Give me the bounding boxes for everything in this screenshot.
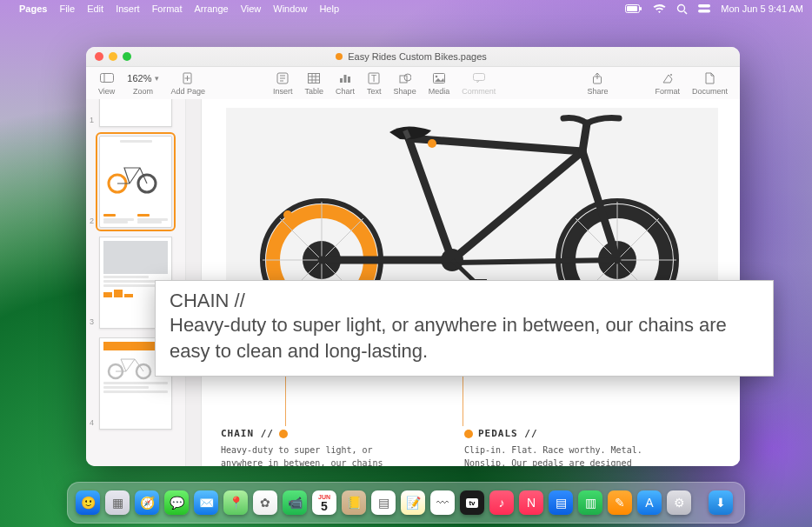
toolbar-media[interactable]: Media xyxy=(429,70,450,96)
column-title: CHAIN // xyxy=(221,428,274,439)
svg-rect-7 xyxy=(100,74,113,83)
dock-pages[interactable]: ✎ xyxy=(608,490,632,515)
toolbar-zoom-label: Zoom xyxy=(133,87,153,96)
dock-maps[interactable]: 📍 xyxy=(223,490,248,515)
toolbar-text-label: Text xyxy=(367,87,382,96)
wifi-icon[interactable] xyxy=(653,4,666,14)
svg-rect-1 xyxy=(627,6,637,11)
dock-numbers[interactable]: ▥ xyxy=(578,490,602,515)
dock-appstore[interactable]: A xyxy=(637,490,662,515)
menu-view[interactable]: View xyxy=(241,3,262,14)
dock-mail[interactable]: ✉️ xyxy=(194,490,218,515)
column-pedals: PEDALS // Clip-in. Flat. Race worthy. Me… xyxy=(464,428,647,466)
fullscreen-button[interactable] xyxy=(123,52,131,61)
toolbar-chart[interactable]: Chart xyxy=(336,70,355,96)
toolbar-shape[interactable]: Shape xyxy=(394,70,416,96)
search-icon[interactable] xyxy=(676,3,688,15)
dock-finder[interactable]: 🙂 xyxy=(76,490,100,515)
svg-point-33 xyxy=(670,74,672,76)
desktop: Pages File Edit Insert Format Arrange Vi… xyxy=(0,0,812,527)
chart-icon xyxy=(339,70,351,86)
svg-point-29 xyxy=(436,76,438,78)
menu-format[interactable]: Format xyxy=(152,3,183,14)
toolbar-shape-label: Shape xyxy=(394,87,416,96)
toolbar-view-label: View xyxy=(98,87,115,96)
dock-contacts[interactable]: 📒 xyxy=(342,490,366,515)
table-icon xyxy=(308,70,320,86)
menu-app[interactable]: Pages xyxy=(19,3,47,14)
window-controls[interactable] xyxy=(95,52,131,61)
toolbar-table[interactable]: Table xyxy=(305,70,324,96)
dock[interactable]: 🙂▦🧭💬✉️📍✿📹JUN5📒▤📝〰tv♪N▤▥✎A⚙⬇ xyxy=(67,482,745,524)
menu-arrange[interactable]: Arrange xyxy=(194,3,228,14)
dock-calendar[interactable]: JUN5 xyxy=(312,490,336,515)
toolbar-comment[interactable]: Comment xyxy=(462,70,496,96)
dock-safari[interactable]: 🧭 xyxy=(135,490,159,515)
dock-freeform[interactable]: 〰 xyxy=(430,490,455,515)
menu-help[interactable]: Help xyxy=(319,3,339,14)
dock-news[interactable]: N xyxy=(519,490,543,515)
dock-settings[interactable]: ⚙ xyxy=(667,490,691,515)
chevron-down-icon: ▾ xyxy=(155,74,159,83)
menubar: Pages File Edit Insert Format Arrange Vi… xyxy=(0,0,812,17)
toolbar-insert[interactable]: Insert xyxy=(273,70,293,96)
toolbar-share-label: Share xyxy=(587,87,608,96)
minimize-button[interactable] xyxy=(109,52,117,61)
svg-rect-5 xyxy=(698,4,710,8)
svg-line-63 xyxy=(405,130,409,138)
insert-icon xyxy=(276,70,289,86)
toolbar-document-label: Document xyxy=(692,87,728,96)
titlebar[interactable]: Easy Rides Custom Bikes.pages xyxy=(86,47,740,67)
text-icon: T xyxy=(368,70,380,86)
dock-notes[interactable]: 📝 xyxy=(401,490,425,515)
page-thumb[interactable]: 1 xyxy=(99,99,172,127)
control-center-icon[interactable] xyxy=(698,3,710,14)
toolbar-add-page-label: Add Page xyxy=(171,87,206,96)
svg-rect-26 xyxy=(400,76,407,83)
document-proxy-icon[interactable] xyxy=(336,53,343,60)
page-thumb-selected[interactable]: 2 xyxy=(99,136,172,228)
dock-reminders[interactable]: ▤ xyxy=(371,490,396,515)
toolbar-format-label: Format xyxy=(655,87,680,96)
toolbar-document[interactable]: Document xyxy=(692,70,728,96)
svg-line-53 xyxy=(617,218,659,260)
svg-point-3 xyxy=(678,4,685,11)
menu-insert[interactable]: Insert xyxy=(116,3,140,14)
dock-photos[interactable]: ✿ xyxy=(253,490,277,515)
toolbar-share[interactable]: Share xyxy=(587,70,608,96)
dock-facetime[interactable]: 📹 xyxy=(283,490,307,515)
toolbar-view[interactable]: View xyxy=(98,70,115,96)
svg-rect-22 xyxy=(344,75,347,83)
comment-icon xyxy=(473,70,485,86)
media-icon xyxy=(433,70,445,86)
toolbar-add-page[interactable]: Add Page xyxy=(171,70,206,96)
menu-file[interactable]: File xyxy=(59,3,75,14)
shape-icon xyxy=(399,70,411,86)
close-button[interactable] xyxy=(95,52,103,61)
menu-window[interactable]: Window xyxy=(273,3,307,14)
svg-text:T: T xyxy=(371,74,376,83)
callout-dot xyxy=(279,430,288,438)
document-icon xyxy=(704,70,715,86)
dock-downloads[interactable]: ⬇ xyxy=(709,490,733,515)
svg-rect-21 xyxy=(340,78,343,83)
dock-tv[interactable]: tv xyxy=(460,490,484,515)
dock-launchpad[interactable]: ▦ xyxy=(105,490,130,515)
dock-music[interactable]: ♪ xyxy=(489,490,514,515)
pages-window: Easy Rides Custom Bikes.pages View 162%▾… xyxy=(86,47,740,466)
svg-rect-6 xyxy=(698,10,710,13)
hover-text-magnifier: CHAIN // Heavy-duty to super light, or a… xyxy=(155,280,774,377)
menu-edit[interactable]: Edit xyxy=(87,3,103,14)
add-page-icon xyxy=(182,70,194,86)
svg-line-42 xyxy=(322,218,363,260)
page-thumb-number: 1 xyxy=(90,116,94,124)
toolbar-zoom[interactable]: 162%▾ Zoom xyxy=(127,70,158,96)
dock-messages[interactable]: 💬 xyxy=(164,490,189,515)
window-title: Easy Rides Custom Bikes.pages xyxy=(348,51,487,62)
toolbar-format[interactable]: Format xyxy=(655,70,680,96)
battery-icon[interactable] xyxy=(625,4,642,14)
column-chain: CHAIN // Heavy-duty to super light, or a… xyxy=(221,428,403,466)
toolbar-text[interactable]: T Text xyxy=(367,70,382,96)
menubar-datetime[interactable]: Mon Jun 5 9:41 AM xyxy=(721,3,803,14)
dock-keynote[interactable]: ▤ xyxy=(549,490,573,515)
